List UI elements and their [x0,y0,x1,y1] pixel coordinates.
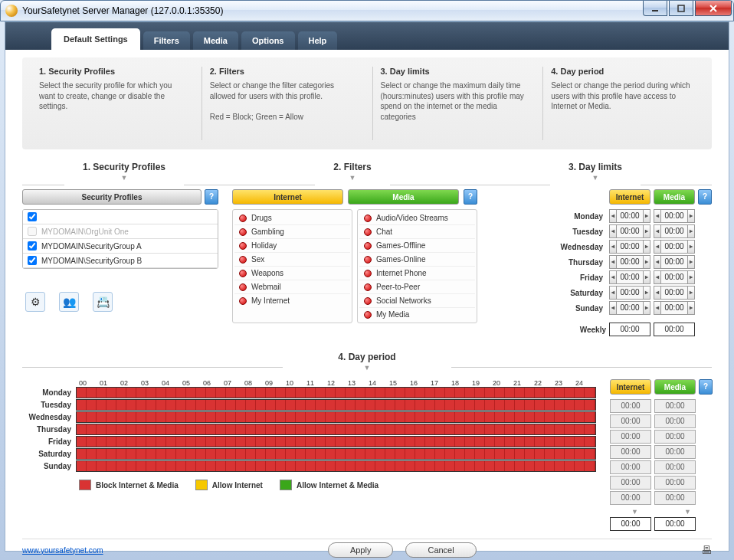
dayperiod-total-media[interactable]: 00:00 [654,517,696,531]
spinner-up-icon[interactable]: ▸ [687,255,695,269]
filter-item[interactable]: Gambling [234,225,350,239]
spinner-down-icon[interactable]: ◂ [654,270,661,284]
spinner-down-icon[interactable]: ◂ [609,270,617,284]
tab-help[interactable]: Help [298,31,338,50]
filter-item[interactable]: Chat [359,225,475,239]
spinner-up-icon[interactable]: ▸ [687,301,695,315]
internet-limit-spinner[interactable]: ◂00:00▸ [609,255,650,269]
profile-item[interactable]: MYDOMAIN\OrgUnit One [23,224,218,239]
dayperiod-bar[interactable] [76,460,596,472]
dayperiod-bar[interactable] [76,411,596,423]
filter-item[interactable]: Internet Phone [359,267,475,280]
filter-item[interactable]: Games-Offline [359,239,475,253]
tab-default-settings[interactable]: Default Settings [51,28,140,50]
spinner-down-icon[interactable]: ◂ [609,209,617,223]
window-maximize-button[interactable] [669,1,693,16]
spinner-down-icon[interactable]: ◂ [609,255,617,269]
filter-item[interactable]: Peer-to-Peer [359,280,475,294]
spinner-up-icon[interactable]: ▸ [643,301,650,315]
spinner-up-icon[interactable]: ▸ [687,240,695,254]
dayperiod-bar[interactable] [76,448,596,460]
filter-item[interactable]: Webmail [234,280,350,294]
profile-item[interactable]: MYDOMAIN\SecurityGroup A [23,239,218,254]
hour-label: 04 [162,379,182,387]
help-button[interactable]: ? [699,379,713,395]
spinner-down-icon[interactable]: ◂ [654,301,661,315]
profile-item[interactable]: MYDOMAIN\SecurityGroup B [23,254,218,268]
help-button[interactable]: ? [698,189,712,205]
dayperiod-total-internet[interactable]: 00:00 [610,517,651,531]
tab-options[interactable]: Options [241,31,295,50]
settings-icon-button[interactable]: ⚙ [25,292,45,312]
spinner-up-icon[interactable]: ▸ [687,209,695,223]
spinner-down-icon[interactable]: ◂ [609,286,617,300]
filter-item[interactable]: Holiday [234,239,350,253]
day-label: Tuesday [549,228,606,236]
dayperiod-bar[interactable] [76,436,596,447]
spinner-up-icon[interactable]: ▸ [643,270,650,284]
spinner-down-icon[interactable]: ◂ [609,301,617,315]
filter-item[interactable]: Games-Online [359,253,475,267]
internet-limit-spinner[interactable]: ◂00:00▸ [609,240,650,254]
profile-item[interactable] [23,210,218,224]
weekly-internet-value[interactable]: 00:00 [609,323,650,336]
media-limit-spinner[interactable]: ◂00:00▸ [654,286,695,300]
dayperiod-internet-readout: 00:00 [610,445,651,459]
tab-media[interactable]: Media [193,31,238,50]
spinner-up-icon[interactable]: ▸ [643,209,650,223]
media-limit-spinner[interactable]: ◂00:00▸ [654,240,695,254]
spinner-up-icon[interactable]: ▸ [643,240,650,254]
day-label: Thursday [549,258,606,267]
internet-limit-spinner[interactable]: ◂00:00▸ [609,224,650,238]
apply-button[interactable]: Apply [328,542,394,558]
spinner-down-icon[interactable]: ◂ [609,224,617,238]
spinner-up-icon[interactable]: ▸ [643,224,650,238]
spinner-up-icon[interactable]: ▸ [687,286,695,300]
dayperiod-bar[interactable] [76,424,596,435]
spinner-down-icon[interactable]: ◂ [654,255,661,269]
print-icon[interactable]: 🖶 [701,544,712,556]
weekly-media-value[interactable]: 00:00 [654,323,695,336]
filter-item[interactable]: Drugs [234,211,350,225]
media-limit-spinner[interactable]: ◂00:00▸ [654,270,695,284]
help-button[interactable]: ? [205,189,218,205]
window-close-button[interactable] [695,1,732,16]
internet-limit-spinner[interactable]: ◂00:00▸ [609,301,650,315]
media-limit-spinner[interactable]: ◂00:00▸ [654,224,695,238]
profile-checkbox[interactable] [28,212,37,221]
internet-limit-spinner[interactable]: ◂00:00▸ [609,270,650,284]
media-limit-spinner[interactable]: ◂00:00▸ [654,255,695,269]
spinner-down-icon[interactable]: ◂ [654,240,661,254]
internet-limit-spinner[interactable]: ◂00:00▸ [609,286,650,300]
window-minimize-button[interactable] [643,1,667,16]
filter-item[interactable]: Weapons [234,267,350,280]
cancel-button[interactable]: Cancel [405,542,476,558]
spinner-down-icon[interactable]: ◂ [609,240,617,254]
media-limit-spinner[interactable]: ◂00:00▸ [654,209,695,223]
spinner-up-icon[interactable]: ▸ [687,270,695,284]
spinner-up-icon[interactable]: ▸ [687,224,695,238]
dayperiod-internet-readout: 00:00 [610,476,651,490]
filter-item[interactable]: Audio/Video Streams [359,211,475,225]
help-button[interactable]: ? [464,189,477,205]
website-link[interactable]: www.yoursafetynet.com [22,546,103,555]
spinner-down-icon[interactable]: ◂ [654,286,661,300]
users-icon-button[interactable]: 👥 [59,292,79,312]
spinner-up-icon[interactable]: ▸ [643,255,650,269]
profile-checkbox[interactable] [28,241,37,251]
filter-item[interactable]: My Media [359,308,475,321]
filter-item[interactable]: Social Networks [359,294,475,308]
dayperiod-bar[interactable] [76,387,596,398]
spinner-down-icon[interactable]: ◂ [654,224,661,238]
dayperiod-bar[interactable] [76,399,596,411]
profile-checkbox[interactable] [28,256,37,265]
spinner-up-icon[interactable]: ▸ [643,286,650,300]
tab-filters[interactable]: Filters [143,31,190,50]
internet-limit-spinner[interactable]: ◂00:00▸ [609,209,650,223]
filter-item[interactable]: Sex [234,253,350,267]
media-limit-spinner[interactable]: ◂00:00▸ [654,301,695,315]
spinner-down-icon[interactable]: ◂ [654,209,661,223]
filter-item[interactable]: My Internet [234,294,350,307]
badge-icon-button[interactable]: 📇 [93,292,113,312]
profile-checkbox[interactable] [28,227,37,236]
